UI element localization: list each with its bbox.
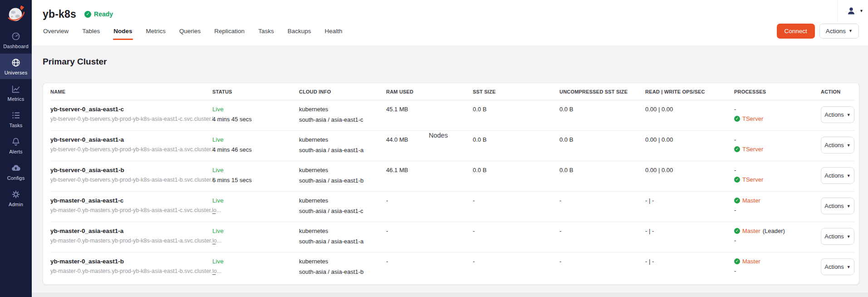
sidebar-item-universes[interactable]: Universes <box>0 54 32 79</box>
yugabyte-logo[interactable] <box>0 0 32 26</box>
tab-tasks[interactable]: Tasks <box>251 22 281 40</box>
process-check-icon <box>734 228 740 234</box>
table-header-row: NAMESTATUSCLOUD INFORAM USEDSST SIZEUNCO… <box>50 83 854 100</box>
process-name: TServer <box>742 176 763 183</box>
nodes-content: Primary Cluster Nodes NAMESTATUSCLOUD IN… <box>32 45 868 297</box>
node-provider: kubernetes <box>299 197 386 204</box>
cloud-info-cell: kubernetes south-asia / asia-east1-c <box>299 106 386 123</box>
node-table-row: yb-tserver-0_asia-east1-a yb-tserver-0.y… <box>50 130 854 161</box>
row-actions-button[interactable]: Actions ▼ <box>821 198 854 214</box>
read-write-ops-cell: 0.00 | 0.00 <box>645 106 734 113</box>
tab-bar: OverviewTablesNodesMetricsQueriesReplica… <box>36 22 349 40</box>
node-name-link[interactable]: yb-master-0_asia-east1-a <box>50 228 212 234</box>
node-status: Live <box>212 167 299 173</box>
node-uptime: 4 mins 46 secs <box>212 146 299 153</box>
node-name-link[interactable]: yb-master-0_asia-east1-b <box>50 258 212 265</box>
node-provider: kubernetes <box>299 228 386 234</box>
tab-health[interactable]: Health <box>318 22 349 40</box>
node-name-link[interactable]: yb-tserver-0_asia-east1-b <box>50 167 212 173</box>
column-header: UNCOMPRESSED SST SIZE <box>559 89 645 94</box>
ram-used-cell: 45.1 MB <box>386 106 473 113</box>
action-cell: Actions ▼ <box>821 136 854 153</box>
main-area: yb-k8s Ready ▼ OverviewTablesNodesMetric… <box>32 0 868 297</box>
column-header: NAME <box>50 89 212 94</box>
uncompressed-sst-size-cell: - <box>559 197 645 204</box>
name-cell: yb-tserver-0_asia-east1-a yb-tserver-0.y… <box>50 136 212 153</box>
cloud-info-cell: kubernetes south-asia / asia-east1-c <box>299 197 386 214</box>
status-cell: Live _ <box>212 258 299 275</box>
name-cell: yb-master-0_asia-east1-a yb-master-0.yb-… <box>50 228 212 244</box>
process-entry: TServer <box>734 146 821 153</box>
node-region: south-asia / asia-east1-b <box>299 177 386 184</box>
read-write-ops-cell: 0.00 | 0.00 <box>645 136 734 143</box>
node-region: south-asia / asia-east1-c <box>299 208 386 214</box>
name-cell: yb-tserver-0_asia-east1-b yb-tserver-0.y… <box>50 167 212 183</box>
user-menu[interactable]: ▼ <box>837 0 863 22</box>
tab-queries[interactable]: Queries <box>172 22 207 40</box>
metrics-chart-icon <box>11 84 21 94</box>
sidebar-item-alerts[interactable]: Alerts <box>0 133 32 158</box>
row-actions-button[interactable]: Actions ▼ <box>821 228 854 245</box>
row-actions-button[interactable]: Actions ▼ <box>821 106 854 123</box>
tab-overview[interactable]: Overview <box>36 22 75 40</box>
process-name: TServer <box>742 146 763 153</box>
name-cell: yb-master-0_asia-east1-b yb-master-0.yb-… <box>50 258 212 274</box>
status-cell: Live 4 mins 46 secs <box>212 136 299 153</box>
cloud-info-cell: kubernetes south-asia / asia-east1-a <box>299 136 386 153</box>
row-actions-button[interactable]: Actions ▼ <box>821 258 854 275</box>
node-status: Live <box>212 197 299 204</box>
tab-replication[interactable]: Replication <box>207 22 251 40</box>
process-entry: TServer <box>734 176 821 183</box>
tab-tables[interactable]: Tables <box>75 22 107 40</box>
read-write-ops-cell: - | - <box>645 228 734 234</box>
node-provider: kubernetes <box>299 167 386 173</box>
cloud-info-cell: kubernetes south-asia / asia-east1-b <box>299 258 386 275</box>
ram-used-cell: - <box>386 228 473 234</box>
primary-cluster-title: Primary Cluster <box>32 45 868 67</box>
node-fqdn: yb-tserver-0.yb-tservers.yb-prod-yb-k8s-… <box>50 146 212 153</box>
sidebar-item-dashboard[interactable]: Dashboard <box>0 27 32 53</box>
row-actions-label: Actions <box>824 172 844 179</box>
process-dash: - <box>734 207 821 213</box>
sidebar-item-metrics[interactable]: Metrics <box>0 80 32 105</box>
node-fqdn: yb-master-0.yb-masters.yb-prod-yb-k8s-as… <box>50 207 212 213</box>
process-name: TServer <box>742 115 763 122</box>
chevron-down-icon: ▼ <box>847 173 851 178</box>
status-cell: Live 4 mins 45 secs <box>212 106 299 123</box>
node-name-link[interactable]: yb-tserver-0_asia-east1-c <box>50 106 212 113</box>
sidebar-item-configs[interactable]: Configs <box>0 159 32 184</box>
dashboard-gauge-icon <box>11 31 21 41</box>
chevron-down-icon: ▼ <box>847 143 851 148</box>
node-table-row: yb-master-0_asia-east1-a yb-master-0.yb-… <box>50 222 854 252</box>
alerts-bell-icon <box>11 137 21 147</box>
sidebar-item-admin[interactable]: Admin <box>0 185 32 211</box>
row-actions-label: Actions <box>824 142 844 148</box>
column-header: CLOUD INFO <box>299 89 386 94</box>
status-cell: Live 6 mins 15 secs <box>212 167 299 183</box>
row-actions-button[interactable]: Actions ▼ <box>821 167 854 184</box>
tab-nodes[interactable]: Nodes <box>107 22 139 40</box>
process-entry: Master <box>734 197 821 204</box>
tab-backups[interactable]: Backups <box>281 22 318 40</box>
node-name-link[interactable]: yb-tserver-0_asia-east1-a <box>50 136 212 143</box>
node-name-link[interactable]: yb-master-0_asia-east1-c <box>50 197 212 204</box>
node-fqdn: yb-master-0.yb-masters.yb-prod-yb-k8s-as… <box>50 268 212 274</box>
action-cell: Actions ▼ <box>821 106 854 123</box>
node-uptime: 4 mins 45 secs <box>212 116 299 123</box>
node-provider: kubernetes <box>299 136 386 143</box>
sst-size-cell: 0.0 B <box>473 106 559 113</box>
row-actions-button[interactable]: Actions ▼ <box>821 137 854 153</box>
process-cell: Master- <box>734 258 821 277</box>
row-actions-label: Actions <box>824 111 844 118</box>
cloud-info-cell: kubernetes south-asia / asia-east1-a <box>299 228 386 245</box>
read-write-ops-cell: 0.00 | 0.00 <box>645 167 734 173</box>
configs-cloud-icon <box>11 163 21 173</box>
connect-button[interactable]: Connect <box>777 24 815 39</box>
node-provider: kubernetes <box>299 258 386 265</box>
tab-metrics[interactable]: Metrics <box>139 22 173 40</box>
node-status: Live <box>212 136 299 143</box>
process-cell: -TServer <box>734 136 821 155</box>
universe-actions-button[interactable]: Actions ▼ <box>819 24 859 39</box>
action-cell: Actions ▼ <box>821 258 854 275</box>
sidebar-item-tasks[interactable]: Tasks <box>0 106 32 132</box>
